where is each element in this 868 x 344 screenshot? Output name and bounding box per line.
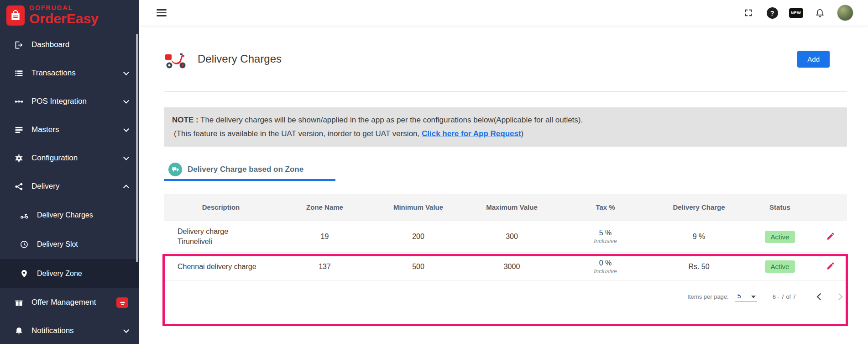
items-per-page-select[interactable]: 5 — [735, 292, 757, 302]
col-header-status: Status — [746, 203, 814, 211]
brand-logo[interactable]: GOFRUGAL OrderEasy — [0, 0, 139, 31]
note-label: NOTE : — [172, 116, 199, 124]
app-window: GOFRUGAL OrderEasy Dashboard Transaction… — [0, 0, 868, 344]
sidebar-item-label: Masters — [31, 125, 116, 134]
sidebar: GOFRUGAL OrderEasy Dashboard Transaction… — [0, 0, 139, 344]
sidebar-item-offer-management[interactable]: Offer Management — [0, 288, 139, 317]
truck-icon — [168, 163, 182, 176]
note-line2-prefix: (This feature is available in the UAT ve… — [174, 129, 419, 138]
sidebar-item-notifications[interactable]: Notifications — [0, 317, 139, 344]
cell-actions — [814, 231, 847, 243]
edit-button[interactable] — [825, 260, 836, 273]
topbar: ? NEW — [139, 0, 868, 26]
chevron-down-icon — [123, 327, 129, 333]
chevron-down-icon — [123, 154, 129, 160]
tab-label: Delivery Charge based on Zone — [188, 165, 303, 174]
tab-delivery-charge-zone[interactable]: Delivery Charge based on Zone — [164, 159, 335, 181]
next-page-chevron-icon[interactable] — [836, 293, 843, 301]
edit-button[interactable] — [825, 231, 836, 243]
fullscreen-icon[interactable] — [742, 6, 755, 19]
table-row: Delivery charge Tiruneliveli 19 200 300 … — [164, 221, 847, 253]
delivery-charges-table: Description Zone Name Minimum Value Maxi… — [164, 194, 847, 312]
brand-top: GOFRUGAL — [29, 5, 99, 11]
note-box: NOTE : The delivery charges will be show… — [164, 107, 847, 147]
col-header-minimum-value: Minimum Value — [371, 203, 465, 211]
col-header-delivery-charge: Delivery Charge — [652, 203, 746, 211]
sidebar-item-transactions[interactable]: Transactions — [0, 59, 139, 87]
col-header-tax: Tax % — [559, 203, 652, 211]
sidebar-item-label: Delivery Charges — [37, 211, 128, 219]
previous-page-chevron-icon[interactable] — [817, 293, 824, 301]
pos-integration-icon — [14, 96, 24, 106]
status-badge: Active — [765, 231, 795, 243]
cell-delivery-charge: 9 % — [652, 233, 746, 241]
sidebar-item-label: Delivery Slot — [37, 240, 128, 249]
sidebar-item-delivery-charges[interactable]: Delivery Charges — [0, 201, 139, 230]
note-line2-suffix: ) — [521, 129, 524, 138]
cell-tax: 0 %Inclusive — [559, 259, 652, 275]
chevron-down-icon — [123, 98, 129, 104]
transactions-icon — [14, 68, 24, 78]
add-button[interactable]: Add — [797, 51, 830, 68]
user-avatar[interactable] — [837, 5, 853, 21]
cell-tax: 5 %Inclusive — [559, 229, 652, 244]
cell-status: Active — [746, 231, 814, 243]
sidebar-item-dashboard[interactable]: Dashboard — [0, 31, 139, 59]
sidebar-scrollbar[interactable] — [136, 34, 138, 262]
chevron-down-icon — [123, 69, 129, 75]
clock-icon — [19, 239, 29, 249]
col-header-zone-name: Zone Name — [278, 203, 371, 211]
table-row: Chennai delivery charge 137 500 3000 0 %… — [164, 253, 847, 281]
status-badge: Active — [765, 260, 795, 273]
app-request-link[interactable]: Click here for App Request — [422, 129, 521, 138]
sidebar-item-configuration[interactable]: Configuration — [0, 144, 139, 172]
sidebar-item-label: Transactions — [31, 69, 116, 78]
pagination-range: 6 - 7 of 7 — [773, 293, 796, 300]
cell-zone-name: 137 — [278, 263, 371, 271]
table-header-row: Description Zone Name Minimum Value Maxi… — [164, 194, 847, 221]
notifications-bell-icon[interactable] — [813, 6, 826, 19]
masters-icon — [14, 125, 24, 135]
brand-bottom: OrderEasy — [29, 11, 99, 26]
cell-status: Active — [746, 260, 814, 273]
tax-mode-label: Inclusive — [594, 238, 617, 244]
help-icon[interactable]: ? — [766, 6, 779, 19]
note-line-1: NOTE : The delivery charges will be show… — [172, 113, 839, 127]
sidebar-item-delivery-slot[interactable]: Delivery Slot — [0, 230, 139, 259]
pagination-bar: Items per page: 5 6 - 7 of 7 — [164, 281, 847, 312]
pencil-icon — [826, 232, 835, 241]
sidebar-item-label: Delivery — [31, 182, 116, 191]
offer-icon — [14, 297, 24, 307]
brand-name: GOFRUGAL OrderEasy — [29, 5, 99, 26]
cell-delivery-charge: Rs. 50 — [652, 263, 746, 271]
cell-minimum-value: 500 — [371, 263, 465, 271]
page-header: Delivery Charges Add — [164, 44, 847, 74]
page-title: Delivery Charges — [198, 53, 282, 65]
sidebar-item-masters[interactable]: Masters — [0, 116, 139, 144]
new-badge-label: NEW — [789, 8, 803, 18]
gear-icon — [14, 153, 24, 163]
cell-actions — [814, 260, 847, 273]
sidebar-item-label: Offer Management — [31, 298, 109, 307]
cell-minimum-value: 200 — [371, 233, 465, 241]
cell-zone-name: 19 — [278, 233, 371, 241]
dashboard-icon — [14, 40, 24, 50]
sidebar-item-delivery[interactable]: Delivery — [0, 172, 139, 201]
bell-icon — [14, 326, 24, 336]
cell-maximum-value: 3000 — [465, 263, 559, 271]
note-text: The delivery charges will be shown/appli… — [200, 116, 583, 124]
shopping-bag-icon — [6, 5, 25, 26]
main-content: Delivery Charges Add NOTE : The delivery… — [139, 26, 868, 344]
sidebar-item-delivery-zone[interactable]: Delivery Zone — [0, 259, 139, 288]
delivery-share-icon — [14, 181, 24, 191]
hamburger-menu-icon[interactable] — [155, 7, 168, 18]
sidebar-item-pos-integration[interactable]: POS Integration — [0, 87, 139, 116]
scooter-icon — [19, 210, 29, 220]
whats-new-icon[interactable]: NEW — [790, 6, 802, 19]
chevron-up-icon — [123, 185, 129, 191]
sidebar-item-label: Configuration — [31, 153, 116, 163]
pencil-icon — [826, 261, 835, 270]
items-per-page-label: Items per page: — [687, 293, 728, 300]
col-header-description: Description — [164, 203, 278, 211]
offer-new-badge-icon — [116, 297, 128, 308]
